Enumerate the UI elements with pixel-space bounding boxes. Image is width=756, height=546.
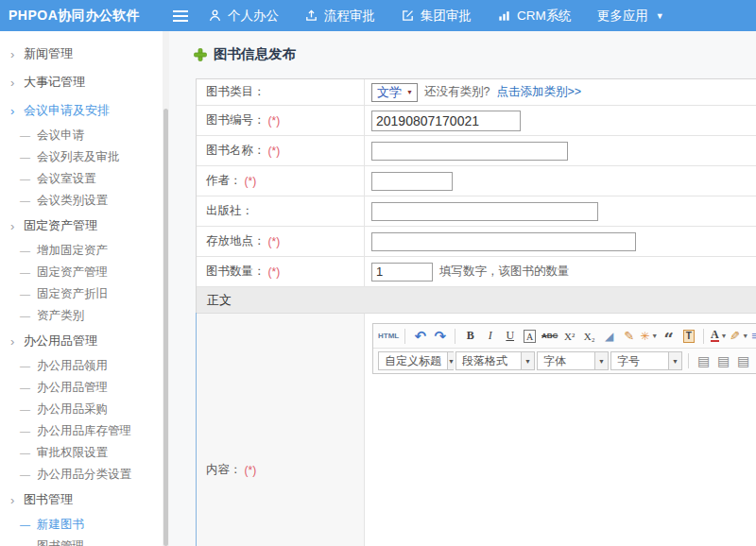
highlight-button[interactable]: ✎ ▼ — [730, 327, 748, 346]
caret-down-icon: ▼ — [447, 352, 455, 369]
font-family-dropdown[interactable]: 字体 ▼ — [537, 351, 609, 370]
italic-button[interactable]: I — [481, 327, 499, 346]
sidebar-section-news[interactable]: › 新闻管理 — [0, 40, 166, 68]
quantity-input[interactable] — [371, 263, 433, 282]
sidebar-item-supplies-inventory[interactable]: — 办公用品库存管理 — [0, 420, 166, 442]
nav-group-approval[interactable]: 集团审批 — [401, 8, 472, 25]
dash-icon: — — [20, 520, 30, 530]
form-row-author: 作者： (*) — [197, 166, 756, 196]
sidebar-section-books[interactable]: › 图书管理 — [0, 486, 166, 514]
nav-more-apps[interactable]: 更多应用 ▼ — [597, 8, 664, 25]
nav-crm-system[interactable]: CRM系统 — [497, 8, 572, 25]
dash-icon: — — [20, 404, 30, 415]
dash-icon: — — [20, 469, 30, 480]
dash-icon: — — [20, 448, 30, 458]
book-number-label: 图书编号： — [206, 112, 266, 128]
sidebar-item-supplies-classify[interactable]: — 办公用品分类设置 — [0, 464, 166, 486]
author-label: 作者： — [206, 173, 242, 189]
paste-icon[interactable]: T — [683, 330, 695, 343]
dash-icon: — — [20, 289, 30, 299]
marker-pen-icon: ✎ — [730, 329, 740, 343]
caret-down-icon: ▼ — [651, 333, 658, 339]
dash-icon: — — [20, 152, 30, 162]
ordered-list-button[interactable]: ≡ ▼ — [750, 327, 756, 346]
sidebar-item-supplies-manage[interactable]: — 办公用品管理 — [0, 377, 166, 399]
top-nav: 个人办公 流程审批 集团审批 — [208, 0, 664, 31]
quantity-hint: 填写数字，该图书的数量 — [439, 264, 570, 280]
undo-icon[interactable]: ↶ — [411, 327, 429, 346]
sidebar-section-office-supplies[interactable]: › 办公用品管理 — [0, 327, 166, 355]
book-name-label: 图书名称： — [206, 143, 266, 159]
publisher-label: 出版社： — [206, 203, 253, 219]
sidebar-item-meeting-apply[interactable]: — 会议申请 — [0, 125, 166, 146]
sidebar-item-meeting-category[interactable]: — 会议类别设置 — [0, 190, 166, 212]
redo-icon[interactable]: ↷ — [431, 327, 449, 346]
rich-text-editor[interactable]: HTML ↶ ↷ B I U A ABC X² X₂ ◢ — [365, 314, 756, 546]
blockquote-button[interactable]: “ — [660, 327, 678, 346]
required-marker: (*) — [268, 235, 281, 248]
form-row-category: 图书类目： 文学 ▼ 还没有类别? 点击添加类别>> — [197, 79, 756, 106]
publisher-input[interactable] — [371, 202, 598, 221]
sidebar-item-supplies-claim[interactable]: — 办公用品领用 — [0, 355, 166, 377]
quantity-label: 图书数量： — [206, 264, 266, 280]
nav-personal-office[interactable]: 个人办公 — [208, 8, 279, 25]
auto-typeset-icon: ✳ — [640, 330, 649, 343]
strikethrough-button[interactable]: ABC — [541, 327, 558, 346]
sidebar-item-add-asset[interactable]: — 增加固定资产 — [0, 240, 166, 262]
sidebar-item-meeting-room[interactable]: — 会议室设置 — [0, 168, 166, 190]
dash-icon: — — [20, 174, 30, 184]
underline-button[interactable]: U — [501, 327, 519, 346]
category-select[interactable]: 文学 ▼ — [371, 83, 418, 102]
align-center-button[interactable]: ▤ — [714, 351, 732, 370]
form-row-book-number: 图书编号： (*) — [197, 106, 756, 136]
bold-button[interactable]: B — [461, 327, 479, 346]
caret-down-icon: ▼ — [668, 352, 681, 369]
sidebar-scrollbar[interactable] — [163, 31, 169, 546]
font-size-dropdown[interactable]: 字号 ▼ — [610, 351, 682, 370]
format-brush-icon[interactable]: ✎ — [620, 327, 638, 346]
sidebar-item-asset-depreciation[interactable]: — 固定资产折旧 — [0, 283, 166, 305]
paragraph-format-dropdown[interactable]: 段落格式 ▼ — [455, 351, 535, 370]
bar-chart-icon — [497, 9, 511, 23]
dash-icon: — — [20, 361, 30, 371]
dash-icon: — — [20, 267, 30, 278]
caret-down-icon: ▼ — [406, 89, 413, 95]
align-left-button[interactable]: ▤ — [695, 351, 713, 370]
sidebar-item-supplies-purchase[interactable]: — 办公用品采购 — [0, 399, 166, 420]
dash-icon: — — [20, 130, 30, 141]
location-input[interactable] — [371, 232, 636, 251]
align-right-button[interactable]: ▤ — [734, 351, 752, 370]
scrollbar-thumb[interactable] — [163, 109, 168, 546]
subscript-button[interactable]: X₂ — [580, 327, 598, 346]
sidebar-item-asset-manage[interactable]: — 固定资产管理 — [0, 262, 166, 283]
hamburger-menu-icon[interactable] — [173, 9, 190, 23]
editor-toolbar-row2: 自定义标题 ▼ 段落格式 ▼ 字体 ▼ — [373, 349, 756, 373]
main-content: 图书信息发布 图书类目： 文学 ▼ 还没有类别? 点击添加类别>> 图 — [168, 31, 756, 546]
font-border-button[interactable]: A — [524, 330, 536, 343]
author-input[interactable] — [371, 172, 453, 191]
sidebar-section-fixed-assets[interactable]: › 固定资产管理 — [0, 212, 166, 240]
app-window: PHPOA协同办公软件 个人办公 流程审批 — [0, 0, 756, 546]
superscript-button[interactable]: X² — [560, 327, 578, 346]
chevron-right-icon: › — [10, 105, 21, 117]
sidebar-item-new-book[interactable]: — 新建图书 — [0, 514, 166, 536]
add-category-link[interactable]: 点击添加类别>> — [496, 84, 581, 100]
editor-canvas[interactable] — [372, 374, 756, 525]
html-source-button[interactable]: HTML — [378, 327, 399, 346]
sidebar-item-approval-permission[interactable]: — 审批权限设置 — [0, 442, 166, 464]
sidebar-section-memorabilia[interactable]: › 大事记管理 — [0, 68, 166, 96]
caret-down-icon: ▼ — [721, 333, 728, 339]
toolbar-divider — [455, 329, 455, 344]
auto-typeset-button[interactable]: ✳ ▼ — [640, 327, 658, 346]
sidebar-item-meeting-list[interactable]: — 会议列表及审批 — [0, 146, 166, 168]
font-color-button[interactable]: A ▼ — [710, 327, 728, 346]
custom-title-dropdown[interactable]: 自定义标题 ▼ — [378, 351, 454, 370]
page-title: 图书信息发布 — [214, 45, 296, 63]
sidebar-item-asset-category[interactable]: — 资产类别 — [0, 305, 166, 327]
eraser-icon[interactable]: ◢ — [600, 327, 618, 346]
sidebar-section-meeting[interactable]: › 会议申请及安排 — [0, 96, 166, 125]
sidebar-item-book-manage[interactable]: — 图书管理 — [0, 536, 166, 546]
book-number-input[interactable] — [371, 111, 521, 131]
book-name-input[interactable] — [371, 142, 568, 161]
nav-workflow-approval[interactable]: 流程审批 — [304, 8, 375, 25]
